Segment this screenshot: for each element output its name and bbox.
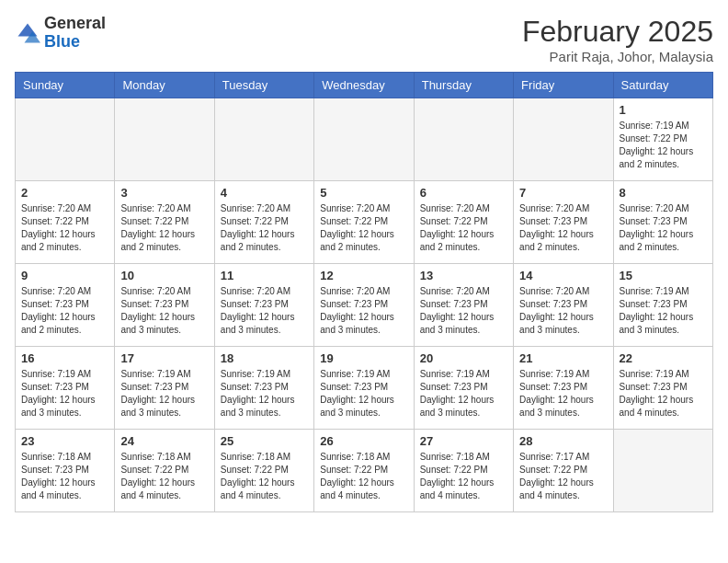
day-info: Sunrise: 7:20 AM Sunset: 7:22 PM Dayligh…	[320, 202, 407, 254]
day-cell: 27Sunrise: 7:18 AM Sunset: 7:22 PM Dayli…	[414, 430, 513, 512]
day-info: Sunrise: 7:20 AM Sunset: 7:22 PM Dayligh…	[221, 202, 308, 254]
day-number: 26	[320, 434, 407, 448]
weekday-header-row: SundayMondayTuesdayWednesdayThursdayFrid…	[16, 73, 713, 98]
day-cell: 25Sunrise: 7:18 AM Sunset: 7:22 PM Dayli…	[214, 430, 313, 512]
day-info: Sunrise: 7:19 AM Sunset: 7:23 PM Dayligh…	[120, 368, 208, 419]
logo: General Blue	[15, 15, 106, 52]
week-row-5: 23Sunrise: 7:18 AM Sunset: 7:23 PM Dayli…	[16, 430, 713, 512]
day-info: Sunrise: 7:20 AM Sunset: 7:23 PM Dayligh…	[519, 285, 607, 337]
day-cell: 8Sunrise: 7:20 AM Sunset: 7:23 PM Daylig…	[613, 181, 712, 264]
week-row-4: 16Sunrise: 7:19 AM Sunset: 7:23 PM Dayli…	[16, 347, 713, 430]
calendar-title: February 2025	[522, 15, 713, 49]
day-info: Sunrise: 7:19 AM Sunset: 7:23 PM Dayligh…	[620, 285, 707, 337]
day-info: Sunrise: 7:20 AM Sunset: 7:22 PM Dayligh…	[21, 202, 108, 254]
day-cell	[16, 98, 115, 181]
day-info: Sunrise: 7:19 AM Sunset: 7:22 PM Dayligh…	[620, 120, 707, 171]
day-number: 27	[420, 434, 507, 448]
day-cell: 1Sunrise: 7:19 AM Sunset: 7:22 PM Daylig…	[613, 98, 712, 181]
day-number: 14	[519, 269, 607, 282]
day-cell	[514, 98, 613, 181]
day-number: 4	[221, 186, 308, 200]
day-info: Sunrise: 7:19 AM Sunset: 7:23 PM Dayligh…	[420, 368, 507, 419]
week-row-1: 1Sunrise: 7:19 AM Sunset: 7:22 PM Daylig…	[16, 98, 713, 181]
day-cell: 14Sunrise: 7:20 AM Sunset: 7:23 PM Dayli…	[514, 264, 613, 347]
day-number: 15	[620, 269, 707, 282]
day-number: 11	[221, 269, 308, 282]
calendar-table: SundayMondayTuesdayWednesdayThursdayFrid…	[15, 72, 713, 512]
day-info: Sunrise: 7:19 AM Sunset: 7:23 PM Dayligh…	[221, 368, 308, 419]
day-cell	[214, 98, 313, 181]
day-number: 19	[320, 351, 407, 365]
day-info: Sunrise: 7:19 AM Sunset: 7:23 PM Dayligh…	[320, 368, 407, 419]
weekday-header-tuesday: Tuesday	[214, 73, 313, 98]
day-cell: 2Sunrise: 7:20 AM Sunset: 7:22 PM Daylig…	[16, 181, 115, 264]
day-info: Sunrise: 7:17 AM Sunset: 7:22 PM Dayligh…	[519, 451, 607, 502]
logo-text: General Blue	[44, 15, 106, 52]
day-info: Sunrise: 7:20 AM Sunset: 7:23 PM Dayligh…	[120, 285, 208, 337]
day-cell: 17Sunrise: 7:19 AM Sunset: 7:23 PM Dayli…	[115, 347, 214, 430]
day-number: 22	[620, 351, 707, 365]
day-cell: 18Sunrise: 7:19 AM Sunset: 7:23 PM Dayli…	[214, 347, 313, 430]
day-number: 21	[519, 351, 607, 365]
day-info: Sunrise: 7:18 AM Sunset: 7:22 PM Dayligh…	[420, 451, 507, 502]
day-number: 9	[21, 269, 108, 282]
day-cell: 6Sunrise: 7:20 AM Sunset: 7:22 PM Daylig…	[414, 181, 513, 264]
day-cell: 20Sunrise: 7:19 AM Sunset: 7:23 PM Dayli…	[414, 347, 513, 430]
day-info: Sunrise: 7:18 AM Sunset: 7:22 PM Dayligh…	[120, 451, 208, 502]
day-cell: 7Sunrise: 7:20 AM Sunset: 7:23 PM Daylig…	[514, 181, 613, 264]
day-cell	[613, 430, 712, 512]
day-info: Sunrise: 7:19 AM Sunset: 7:23 PM Dayligh…	[620, 368, 707, 419]
day-info: Sunrise: 7:20 AM Sunset: 7:23 PM Dayligh…	[519, 202, 607, 254]
day-number: 18	[221, 351, 308, 365]
day-cell: 3Sunrise: 7:20 AM Sunset: 7:22 PM Daylig…	[115, 181, 214, 264]
day-info: Sunrise: 7:20 AM Sunset: 7:23 PM Dayligh…	[320, 285, 407, 337]
weekday-header-saturday: Saturday	[613, 73, 712, 98]
day-number: 25	[221, 434, 308, 448]
day-cell	[115, 98, 214, 181]
day-cell: 13Sunrise: 7:20 AM Sunset: 7:23 PM Dayli…	[414, 264, 513, 347]
day-number: 13	[420, 269, 507, 282]
calendar-subtitle: Parit Raja, Johor, Malaysia	[522, 49, 713, 64]
day-number: 6	[420, 186, 507, 200]
day-cell: 24Sunrise: 7:18 AM Sunset: 7:22 PM Dayli…	[115, 430, 214, 512]
day-cell: 12Sunrise: 7:20 AM Sunset: 7:23 PM Dayli…	[314, 264, 414, 347]
day-info: Sunrise: 7:20 AM Sunset: 7:23 PM Dayligh…	[221, 285, 308, 337]
day-info: Sunrise: 7:18 AM Sunset: 7:22 PM Dayligh…	[221, 451, 308, 502]
day-cell: 5Sunrise: 7:20 AM Sunset: 7:22 PM Daylig…	[314, 181, 414, 264]
weekday-header-friday: Friday	[514, 73, 613, 98]
day-info: Sunrise: 7:19 AM Sunset: 7:23 PM Dayligh…	[519, 368, 607, 419]
day-info: Sunrise: 7:18 AM Sunset: 7:23 PM Dayligh…	[21, 451, 108, 502]
day-info: Sunrise: 7:20 AM Sunset: 7:22 PM Dayligh…	[120, 202, 208, 254]
day-info: Sunrise: 7:20 AM Sunset: 7:23 PM Dayligh…	[21, 285, 108, 337]
day-cell: 11Sunrise: 7:20 AM Sunset: 7:23 PM Dayli…	[214, 264, 313, 347]
logo-icon	[15, 20, 40, 46]
day-number: 12	[320, 269, 407, 282]
day-cell: 4Sunrise: 7:20 AM Sunset: 7:22 PM Daylig…	[214, 181, 313, 264]
day-cell: 26Sunrise: 7:18 AM Sunset: 7:22 PM Dayli…	[314, 430, 414, 512]
logo-general: General	[44, 14, 106, 32]
day-cell: 28Sunrise: 7:17 AM Sunset: 7:22 PM Dayli…	[514, 430, 613, 512]
day-cell: 23Sunrise: 7:18 AM Sunset: 7:23 PM Dayli…	[16, 430, 115, 512]
day-info: Sunrise: 7:20 AM Sunset: 7:23 PM Dayligh…	[420, 285, 507, 337]
day-number: 3	[120, 186, 208, 200]
day-number: 7	[519, 186, 607, 200]
weekday-header-wednesday: Wednesday	[314, 73, 414, 98]
day-cell: 15Sunrise: 7:19 AM Sunset: 7:23 PM Dayli…	[613, 264, 712, 347]
day-cell: 10Sunrise: 7:20 AM Sunset: 7:23 PM Dayli…	[115, 264, 214, 347]
week-row-3: 9Sunrise: 7:20 AM Sunset: 7:23 PM Daylig…	[16, 264, 713, 347]
day-number: 20	[420, 351, 507, 365]
page-header: General Blue February 2025 Parit Raja, J…	[15, 15, 713, 64]
weekday-header-thursday: Thursday	[414, 73, 513, 98]
day-cell	[414, 98, 513, 181]
day-cell: 22Sunrise: 7:19 AM Sunset: 7:23 PM Dayli…	[613, 347, 712, 430]
day-info: Sunrise: 7:19 AM Sunset: 7:23 PM Dayligh…	[21, 368, 108, 419]
day-number: 8	[620, 186, 707, 200]
title-block: February 2025 Parit Raja, Johor, Malaysi…	[522, 15, 713, 64]
logo-blue: Blue	[44, 32, 80, 51]
day-cell: 16Sunrise: 7:19 AM Sunset: 7:23 PM Dayli…	[16, 347, 115, 430]
week-row-2: 2Sunrise: 7:20 AM Sunset: 7:22 PM Daylig…	[16, 181, 713, 264]
day-number: 17	[120, 351, 208, 365]
day-number: 28	[519, 434, 607, 448]
day-number: 1	[620, 103, 707, 117]
day-number: 16	[21, 351, 108, 365]
